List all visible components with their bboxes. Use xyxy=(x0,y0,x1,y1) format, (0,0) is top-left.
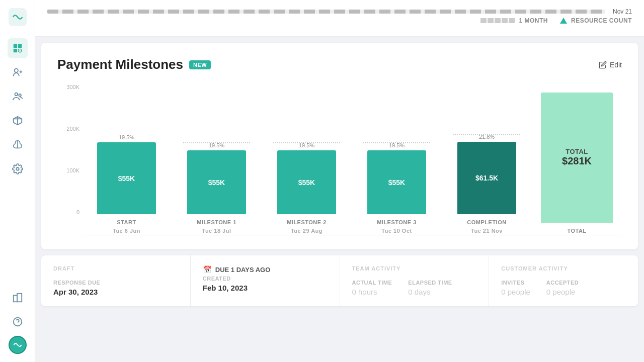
total-amount: $281K xyxy=(562,155,592,167)
sidebar-item-team[interactable] xyxy=(8,86,28,107)
created-value: Feb 10, 2023 xyxy=(203,284,328,292)
user-avatar[interactable] xyxy=(9,336,27,354)
response-due-label: RESPONSE DUE xyxy=(53,280,178,286)
sidebar-item-settings[interactable] xyxy=(8,159,28,179)
due-label: DUE 1 DAYS AGO xyxy=(215,266,271,274)
calendar-icon: 📅 xyxy=(203,265,211,274)
sidebar-item-brain[interactable] xyxy=(8,135,28,155)
svg-rect-0 xyxy=(13,44,17,48)
team-activity-row: ACTUAL TIME 0 hours ELAPSED TIME 0 days xyxy=(352,280,477,296)
bar-completion: 21.8% $61.5K COMPLETION Tue 21 Nov xyxy=(442,105,532,235)
bar-m1-label: MILESTONE 1 Tue 18 Jul xyxy=(197,218,236,235)
bar-m2-rect: $55K xyxy=(277,150,336,214)
total-word: TOTAL xyxy=(566,148,588,155)
bottom-cards: DRAFT RESPONSE DUE Apr 30, 2023 📅 DUE 1 … xyxy=(41,255,638,306)
y-label-0: 0 xyxy=(57,210,79,215)
y-axis: 300K 200K 100K 0 xyxy=(57,84,79,215)
invites-value: 0 people xyxy=(501,288,530,296)
bar-start-rect: $55K xyxy=(97,142,155,214)
edit-button[interactable]: Edit xyxy=(599,61,622,69)
top-date: Nov 21 xyxy=(613,8,632,15)
bar-total-rect: TOTAL $281K xyxy=(541,93,613,223)
sidebar xyxy=(0,0,35,362)
bar-m3-rect: $55K xyxy=(367,150,426,214)
triangle-icon xyxy=(560,18,567,24)
bar-total: TOTAL $281K TOTAL xyxy=(532,105,622,235)
team-activity-title: TEAM ACTIVITY xyxy=(352,265,477,272)
svg-rect-2 xyxy=(13,49,17,52)
bar-completion-rect: $61.5K xyxy=(457,142,516,214)
bar-completion-label: COMPLETION Tue 21 Nov xyxy=(467,218,506,235)
dotted-line-2 xyxy=(273,142,340,143)
due-card: 📅 DUE 1 DAYS AGO CREATED Feb 10, 2023 xyxy=(191,255,340,306)
actual-time-label: ACTUAL TIME xyxy=(352,280,392,286)
bar-milestone1: 19.5% $55K MILESTONE 1 Tue 18 Jul xyxy=(172,105,262,235)
bar-milestone2: 19.5% $55K MILESTONE 2 Tue 29 Aug xyxy=(262,105,352,235)
bar-m1-rect: $55K xyxy=(187,150,246,214)
actual-time-col: ACTUAL TIME 0 hours xyxy=(352,280,392,296)
draft-card: DRAFT RESPONSE DUE Apr 30, 2023 xyxy=(41,255,191,306)
legend-month-label: 1 MONTH xyxy=(519,17,548,24)
sidebar-item-buildings[interactable] xyxy=(8,288,28,308)
sidebar-item-dashboard[interactable] xyxy=(8,38,28,58)
sidebar-item-help[interactable] xyxy=(8,312,28,332)
svg-point-15 xyxy=(16,167,19,170)
actual-time-value: 0 hours xyxy=(352,288,392,296)
svg-rect-16 xyxy=(13,295,17,302)
y-label-300k: 300K xyxy=(57,84,79,90)
edit-label: Edit xyxy=(610,61,622,69)
edit-icon xyxy=(599,61,607,69)
svg-point-6 xyxy=(19,50,20,51)
bar-start: 19.5% $55K START Tue 6 Jun xyxy=(82,105,172,235)
legend-month: 1 MONTH xyxy=(480,17,548,24)
legend-resource-label: RESOURCE COUNT xyxy=(571,17,632,24)
sidebar-item-box[interactable] xyxy=(8,111,28,131)
main-content: Nov 21 1 MONTH RESOURCE COUNT Payment Mi… xyxy=(35,0,644,362)
bar-start-pct: 19.5% xyxy=(119,134,134,140)
customer-activity-card: CUSTOMER ACTIVITY INVITES 0 people ACCEP… xyxy=(489,255,638,306)
logo[interactable] xyxy=(9,8,27,26)
team-activity-card: TEAM ACTIVITY ACTUAL TIME 0 hours ELAPSE… xyxy=(340,255,490,306)
dotted-line-4 xyxy=(453,134,520,135)
y-label-200k: 200K xyxy=(57,126,79,132)
elapsed-time-value: 0 days xyxy=(408,288,452,296)
bar-start-label: START Tue 6 Jun xyxy=(113,218,140,235)
new-badge: NEW xyxy=(189,60,211,69)
accepted-value: 0 people xyxy=(546,288,579,296)
waterfall-bars: 19.5% $55K START Tue 6 Jun xyxy=(82,105,622,235)
elapsed-time-label: ELAPSED TIME xyxy=(408,280,452,286)
accepted-col: ACCEPTED 0 people xyxy=(546,280,579,296)
sidebar-item-user-plus[interactable] xyxy=(8,62,28,82)
bar-milestone3: 19.5% $55K MILESTONE 3 Tue 10 Oct xyxy=(352,105,442,235)
customer-activity-row: INVITES 0 people ACCEPTED 0 people xyxy=(501,280,626,296)
milestones-header: Payment Milestones NEW Edit xyxy=(57,57,622,72)
svg-rect-17 xyxy=(17,294,22,302)
due-row: 📅 DUE 1 DAYS AGO xyxy=(203,265,328,274)
draft-title: DRAFT xyxy=(53,265,178,272)
elapsed-time-col: ELAPSED TIME 0 days xyxy=(408,280,452,296)
customer-activity-title: CUSTOMER ACTIVITY xyxy=(501,265,626,272)
milestones-title-row: Payment Milestones NEW xyxy=(57,57,211,72)
accepted-label: ACCEPTED xyxy=(546,280,579,286)
invites-label: INVITES xyxy=(501,280,530,286)
svg-point-7 xyxy=(14,69,18,72)
svg-rect-1 xyxy=(18,44,21,48)
milestones-card: Payment Milestones NEW Edit 300K 200K 10… xyxy=(41,43,638,249)
waterfall-chart: 300K 200K 100K 0 19.5% $55K START xyxy=(57,84,622,235)
invites-col: INVITES 0 people xyxy=(501,280,530,296)
milestones-title: Payment Milestones xyxy=(57,57,183,72)
dotted-line-1 xyxy=(183,142,250,143)
legend-resource: RESOURCE COUNT xyxy=(560,17,632,24)
bar-m3-label: MILESTONE 3 Tue 10 Oct xyxy=(377,218,417,235)
chart-card: Nov 21 1 MONTH RESOURCE COUNT xyxy=(35,0,644,37)
bar-total-label: TOTAL xyxy=(567,227,586,235)
svg-point-10 xyxy=(15,93,18,96)
y-label-100k: 100K xyxy=(57,168,79,173)
response-due-value: Apr 30, 2023 xyxy=(53,288,178,296)
dotted-line-3 xyxy=(363,142,430,143)
bar-m2-label: MILESTONE 2 Tue 29 Aug xyxy=(287,218,327,235)
created-label: CREATED xyxy=(203,276,328,282)
chart-legend: 1 MONTH RESOURCE COUNT xyxy=(47,17,632,24)
svg-point-11 xyxy=(19,94,21,97)
